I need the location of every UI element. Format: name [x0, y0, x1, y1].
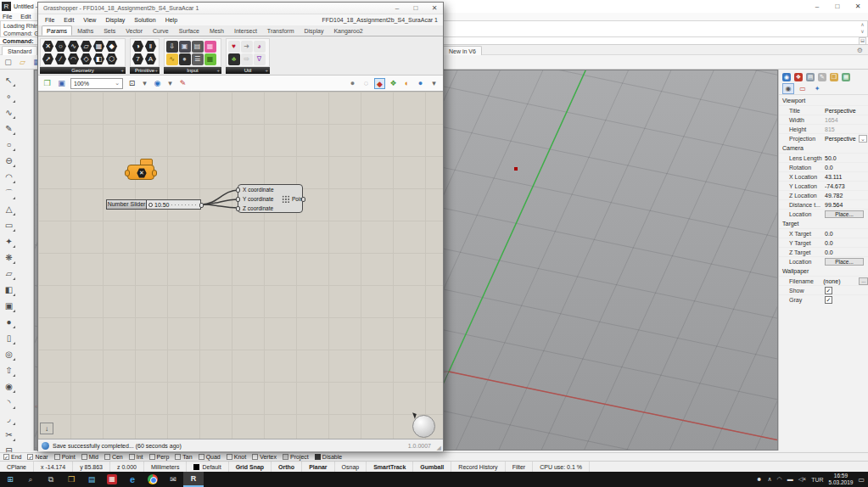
status-pane[interactable]: Filter [506, 462, 534, 473]
browse-button[interactable]: ... [859, 277, 868, 285]
gh-menu-item[interactable]: View [83, 17, 96, 23]
clock[interactable]: 16:59 5.03.2019 [829, 473, 854, 486]
graph-mapper-icon[interactable]: ▦ [204, 41, 216, 53]
display-panel-icon[interactable]: ❖ [794, 73, 803, 81]
place-button[interactable]: Place... [825, 210, 864, 218]
gh-menu-item[interactable]: File [45, 17, 54, 23]
point-param-icon[interactable]: ✕ [42, 41, 54, 53]
box-param-icon[interactable]: ◇ [81, 53, 92, 65]
mail-icon[interactable]: ✉ [163, 472, 183, 487]
osnap-toggle[interactable]: Disable [315, 454, 342, 460]
input-nub[interactable] [125, 170, 130, 176]
bonsai-icon[interactable]: ♣ [228, 53, 240, 65]
osnap-toggle[interactable]: Near [27, 454, 48, 460]
polyline-icon[interactable]: △ [1, 201, 17, 217]
network-icon[interactable]: ◠ [777, 476, 782, 483]
canvas-collapse-widget[interactable]: ↓ [40, 423, 53, 434]
microsoft-store-icon[interactable]: ▤ [81, 472, 102, 487]
control-point-curve-icon[interactable]: ✎ [1, 120, 17, 137]
preview-wireframe-icon[interactable]: ◌ [361, 78, 372, 89]
rectangle-icon[interactable]: ▭ [1, 217, 17, 233]
text-param-icon[interactable]: A [145, 53, 157, 65]
toolbar-tab-new-in-v6[interactable]: New in V6 [443, 46, 482, 55]
command-history-scrollbar[interactable]: ∧∨ [859, 21, 866, 36]
context-help-panel-icon[interactable]: ▤ [806, 73, 815, 81]
edge-icon[interactable]: e [122, 472, 143, 487]
notes-panel-icon[interactable]: ✎ [818, 73, 826, 81]
osnap-toggle[interactable]: End [3, 454, 21, 460]
properties-panel-icon[interactable]: ◉ [782, 73, 791, 81]
place-button[interactable]: Place... [825, 258, 864, 266]
libraries-panel-icon[interactable]: ❒ [830, 73, 838, 81]
osnap-toggle[interactable]: Quad [199, 454, 221, 460]
arc-icon[interactable]: ◠ [1, 169, 17, 185]
circle-icon[interactable]: ○ [1, 137, 17, 153]
group-label[interactable]: Util [226, 67, 270, 74]
gh-menu-item[interactable]: Help [165, 17, 177, 23]
arc-param-icon[interactable]: ◠ [68, 53, 80, 65]
battery-icon[interactable]: ▬ [787, 476, 793, 483]
command-options-spinner[interactable]: ⊟ [859, 37, 866, 45]
point-output-nub[interactable] [301, 197, 305, 202]
rhino-taskbar-icon[interactable]: R [183, 472, 204, 487]
integer-param-icon[interactable]: ‖ [145, 41, 157, 53]
sketch-pencil-icon[interactable]: ✎ [177, 78, 188, 89]
checkbox[interactable]: ✓ [825, 296, 832, 304]
button-icon[interactable]: ● [179, 53, 191, 65]
gh-close-button[interactable]: ✕ [426, 3, 443, 14]
galapagos-icon[interactable]: ♥ [228, 41, 240, 53]
tray-chevron-icon[interactable]: ∧ [767, 476, 771, 483]
task-view-icon[interactable]: ⧉ [41, 472, 61, 487]
output-nub[interactable] [152, 170, 157, 176]
osnap-toggle[interactable]: Knot [227, 454, 246, 460]
viewport-properties-tab-icon[interactable]: ▭ [797, 83, 809, 94]
people-icon[interactable]: ☻ [756, 476, 762, 483]
gh-minimize-button[interactable]: – [389, 3, 406, 14]
group-label[interactable]: Primitive [130, 67, 160, 74]
flask-icon[interactable]: ∇ [254, 53, 266, 65]
compass-widget[interactable] [412, 415, 435, 438]
osnap-toggle[interactable]: Point [54, 454, 76, 460]
gh-menu-item[interactable]: Edit [64, 17, 74, 23]
gh-category-tab[interactable]: Mesh [204, 25, 229, 36]
osnap-toggle[interactable]: Perp [149, 454, 170, 460]
gh-category-tab[interactable]: Display [300, 25, 329, 36]
sphere-icon[interactable]: ● [1, 314, 17, 330]
rhino-close-button[interactable]: ✕ [848, 0, 868, 13]
new-file-icon[interactable]: ▢ [3, 57, 14, 68]
status-pane[interactable]: Gumball [413, 462, 451, 473]
osnap-toggle[interactable]: Int [129, 454, 143, 460]
language-indicator[interactable]: TUR [811, 477, 823, 483]
rendering-panel-icon[interactable]: ▦ [842, 73, 850, 81]
geometry-param-icon[interactable]: ⬡ [106, 53, 118, 65]
vector-param-icon[interactable]: ➚ [42, 53, 54, 65]
toolbar-tab-standard[interactable]: Standard [2, 46, 37, 55]
notification-center-icon[interactable]: ▭ [858, 476, 865, 484]
preview-shaded-icon[interactable]: ◆ [374, 78, 385, 89]
camera-properties-tab-icon[interactable]: ◉ [782, 83, 794, 94]
gh-category-tab[interactable]: Maths [72, 25, 98, 36]
slider-name[interactable]: Number Slider [107, 200, 147, 209]
select-arrow-icon[interactable]: ↖ [1, 72, 17, 88]
status-pane[interactable]: CPlane [0, 462, 34, 473]
file-explorer-icon[interactable]: ❒ [61, 472, 81, 487]
rhino-menu-item[interactable]: Edit [20, 14, 31, 20]
slider-value[interactable]: 10.50 [154, 202, 170, 208]
status-pane[interactable]: Ortho [272, 462, 302, 473]
light-properties-tab-icon[interactable]: ✦ [811, 83, 823, 94]
extrude-icon[interactable]: ⇧ [1, 362, 17, 378]
status-pane[interactable]: y 85.863 [73, 462, 110, 473]
resize-grip[interactable]: ◢ [437, 445, 441, 451]
y-input-nub[interactable] [236, 197, 240, 202]
mesh-param-icon[interactable]: ▦ [93, 41, 105, 53]
osnap-toggle[interactable]: Mid [81, 454, 98, 460]
single-point-icon[interactable]: ∘ [1, 88, 17, 104]
jump-out-icon[interactable]: ➜ [241, 41, 253, 53]
status-pane[interactable]: z 0.000 [110, 462, 144, 473]
dropdown-caret-icon[interactable]: ▾ [165, 78, 176, 89]
toolbar-gear-icon[interactable]: ⚙ [857, 47, 863, 54]
status-pane[interactable]: x -14.174 [34, 462, 73, 473]
rhino-maximize-button[interactable]: □ [827, 0, 848, 13]
slider-handle[interactable] [148, 203, 153, 207]
status-pane[interactable]: Millimeters [144, 462, 187, 473]
